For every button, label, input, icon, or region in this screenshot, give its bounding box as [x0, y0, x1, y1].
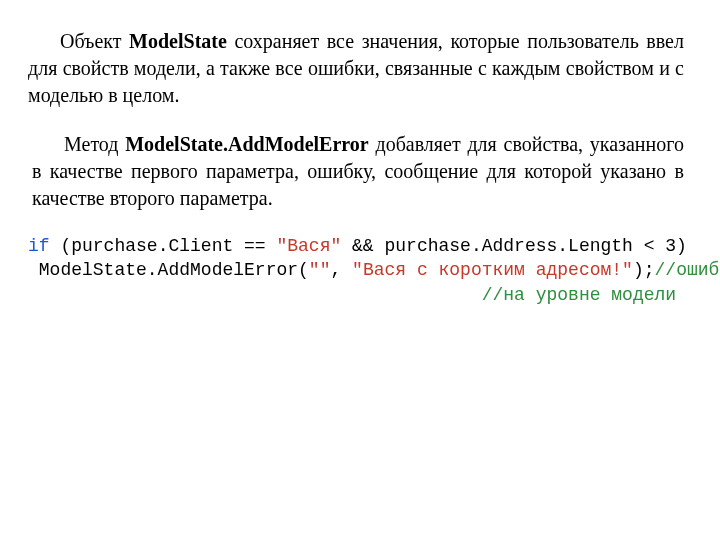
code-pad	[28, 285, 482, 305]
code-block: if (purchase.Client == "Вася" && purchas…	[28, 234, 684, 307]
paragraph-modelstate: Объект ModelState сохраняет все значения…	[28, 28, 684, 109]
code-seg: && purchase.Address.Length < 3)	[341, 236, 687, 256]
para1-pre: Объект	[60, 30, 129, 52]
code-comment: //ошибки	[655, 260, 720, 280]
para2-pre: Метод	[64, 133, 125, 155]
code-string: "Вася"	[276, 236, 341, 256]
code-seg: ,	[330, 260, 352, 280]
code-seg: (purchase.Client ==	[50, 236, 277, 256]
paragraph-addmodelerror: Метод ModelState.AddModelError добавляет…	[32, 131, 684, 212]
code-string: ""	[309, 260, 331, 280]
code-keyword-if: if	[28, 236, 50, 256]
code-seg: ModelState.AddModelError(	[28, 260, 309, 280]
code-comment: //на уровне модели	[482, 285, 676, 305]
para2-bold: ModelState.AddModelError	[125, 133, 369, 155]
code-string: "Вася с коротким адресом!"	[352, 260, 633, 280]
para1-bold: ModelState	[129, 30, 227, 52]
code-seg: );	[633, 260, 655, 280]
